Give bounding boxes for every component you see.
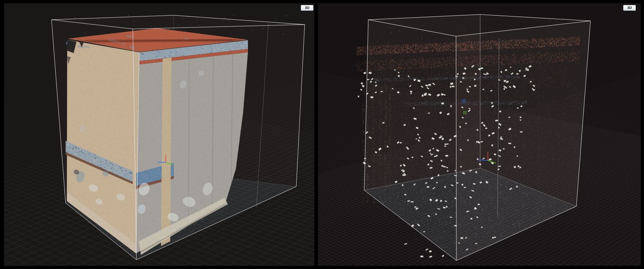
right-3d-mode-button[interactable]: 3D bbox=[623, 5, 636, 11]
app-root: { "app": { "title": "3D point cloud comp… bbox=[0, 0, 644, 269]
right-viewport-canvas[interactable] bbox=[318, 3, 641, 266]
left-viewport-canvas[interactable] bbox=[4, 3, 314, 266]
left-3d-mode-button[interactable]: 3D bbox=[301, 5, 314, 11]
right-3d-viewport[interactable]: 3D bbox=[318, 3, 641, 266]
left-3d-viewport[interactable]: 3D bbox=[4, 3, 314, 266]
